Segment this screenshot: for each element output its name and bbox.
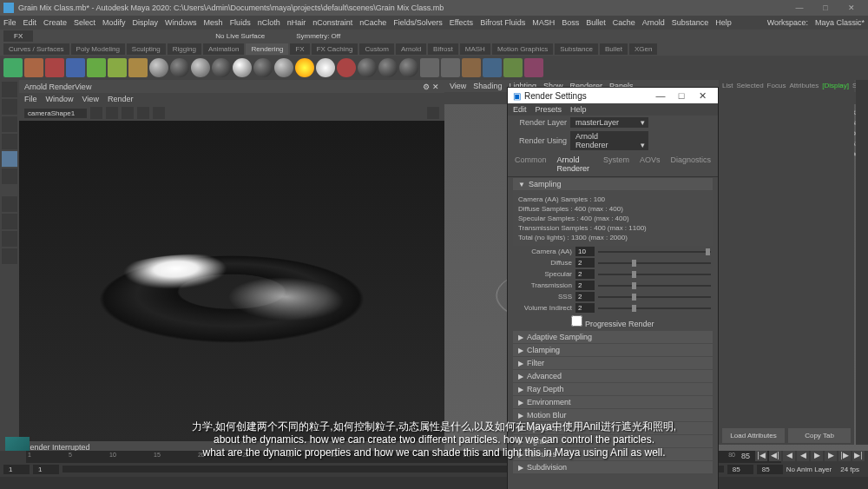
menu-modify[interactable]: Modify xyxy=(102,18,126,27)
shelf-sphere-icon[interactable] xyxy=(233,58,252,77)
menu-ncache[interactable]: nCache xyxy=(359,18,386,27)
attr-focus[interactable]: Focus xyxy=(767,82,786,89)
move-tool[interactable] xyxy=(2,134,17,149)
shelf-sphere-icon[interactable] xyxy=(399,58,418,77)
menu-bullet[interactable]: Bullet xyxy=(586,18,606,27)
shelf-mash[interactable]: MASH xyxy=(460,43,490,55)
step-fwd-button[interactable]: |▶ xyxy=(838,451,851,461)
shelf-sphere-icon[interactable] xyxy=(170,58,189,77)
shelf-sculpt[interactable]: Sculpting xyxy=(127,43,166,55)
rv-view[interactable]: View xyxy=(82,95,99,103)
lasso-tool[interactable] xyxy=(2,99,17,115)
channel-box-tab[interactable] xyxy=(856,80,868,445)
layout-tool[interactable] xyxy=(2,231,17,247)
slider-value[interactable]: 10 xyxy=(575,247,595,256)
shelf-icon[interactable] xyxy=(462,58,481,77)
play-button[interactable]: ▶ xyxy=(811,451,823,461)
slider-track[interactable] xyxy=(598,262,711,264)
dialog-close[interactable]: ✕ xyxy=(692,90,713,102)
slider-track[interactable] xyxy=(598,274,711,275)
layout-tool[interactable] xyxy=(2,196,17,212)
command-line[interactable] xyxy=(0,477,868,489)
dlg-presets[interactable]: Presets xyxy=(536,105,562,114)
slider-track[interactable] xyxy=(598,251,711,253)
menu-substance[interactable]: Substance xyxy=(672,18,709,27)
shelf-icon[interactable] xyxy=(524,58,543,77)
shelf-sphere-icon[interactable] xyxy=(274,58,293,77)
section-subdivision[interactable]: ▶Subdivision xyxy=(513,461,713,473)
attr-list[interactable]: List xyxy=(722,82,733,89)
attr-display[interactable]: [Display] xyxy=(822,82,849,89)
vp-shading[interactable]: Shading xyxy=(473,82,502,90)
layout-tool[interactable] xyxy=(2,248,17,264)
next-key-button[interactable]: ▶ xyxy=(825,451,837,461)
workspace-dropdown[interactable]: Maya Classic* xyxy=(815,18,865,27)
shelf-fx[interactable]: FX xyxy=(290,43,309,55)
menu-select[interactable]: Select xyxy=(74,18,95,27)
slider-value[interactable]: 2 xyxy=(575,269,595,279)
shelf-light-icon[interactable] xyxy=(295,58,314,77)
camera-dropdown[interactable]: cameraShape1 xyxy=(24,109,87,118)
shelf-icon[interactable] xyxy=(3,58,23,77)
dialog-minimize[interactable]: — xyxy=(650,90,671,101)
slider-value[interactable]: 2 xyxy=(575,303,595,313)
slider-value[interactable]: 2 xyxy=(575,258,595,268)
tab-system[interactable]: System xyxy=(602,154,631,175)
attr-attributes[interactable]: Attributes xyxy=(789,82,819,89)
shelf-icon[interactable] xyxy=(441,58,460,77)
shelf-icon[interactable] xyxy=(483,58,502,77)
range-start[interactable]: 1 xyxy=(3,465,30,474)
shelf-icon[interactable] xyxy=(87,58,106,77)
shelf-icon[interactable] xyxy=(503,58,523,77)
dlg-edit[interactable]: Edit xyxy=(513,105,527,114)
shelf-fxcache[interactable]: FX Caching xyxy=(312,43,358,55)
menu-display[interactable]: Display xyxy=(133,18,159,27)
shelf-animation[interactable]: Animation xyxy=(203,43,245,55)
rv-tool-icon[interactable] xyxy=(122,107,134,119)
rv-render[interactable]: Render xyxy=(108,95,134,103)
layout-tool[interactable] xyxy=(2,214,17,229)
menu-fields[interactable]: Fields/Solvers xyxy=(393,18,443,27)
shelf-rendering[interactable]: Rendering xyxy=(246,43,288,55)
slider-track[interactable] xyxy=(598,307,711,309)
shelf-sphere-icon[interactable] xyxy=(149,58,168,77)
menu-arnold[interactable]: Arnold xyxy=(642,18,665,27)
rv-tool-icon[interactable] xyxy=(153,107,165,119)
menu-mash[interactable]: MASH xyxy=(532,18,555,27)
menu-edit[interactable]: Edit xyxy=(23,18,37,27)
select-tool[interactable] xyxy=(2,82,17,97)
scale-tool[interactable] xyxy=(2,169,17,184)
rv-tool-icon[interactable] xyxy=(137,107,149,119)
prev-key-button[interactable]: ◀ xyxy=(783,451,795,461)
range-start2[interactable]: 1 xyxy=(33,465,59,474)
shelf-icon[interactable] xyxy=(128,58,148,77)
render-using-dropdown[interactable]: Arnold Renderer xyxy=(570,131,648,150)
slider-track[interactable] xyxy=(598,296,711,298)
shelf-sphere-icon[interactable] xyxy=(358,58,377,77)
section-sampling[interactable]: ▼Sampling xyxy=(513,178,713,190)
tab-aovs[interactable]: AOVs xyxy=(638,154,662,175)
menu-nhair[interactable]: nHair xyxy=(287,18,306,27)
menu-windows[interactable]: Windows xyxy=(165,18,197,27)
panel-gear-icon[interactable]: ⚙ ✕ xyxy=(423,83,439,91)
rv-tool-icon[interactable] xyxy=(427,107,439,119)
section-filter[interactable]: ▶Filter xyxy=(513,357,713,369)
menu-ncloth[interactable]: nCloth xyxy=(258,18,280,27)
live-surface[interactable]: No Live Surface xyxy=(210,30,270,42)
shelf-substance[interactable]: Substance xyxy=(555,43,598,55)
play-back-button[interactable]: ◀ xyxy=(797,451,809,461)
fps-display[interactable]: 24 fps xyxy=(835,465,865,474)
range-end[interactable]: 85 xyxy=(727,465,753,474)
vp-view[interactable]: View xyxy=(450,82,466,90)
shelf-icon[interactable] xyxy=(420,58,439,77)
end-button[interactable]: ▶| xyxy=(852,451,865,461)
menu-cache[interactable]: Cache xyxy=(613,18,635,27)
rv-window[interactable]: Window xyxy=(46,95,74,103)
shelf-curves[interactable]: Curves / Surfaces xyxy=(3,43,69,55)
render-output[interactable] xyxy=(19,121,444,441)
menu-bifrost[interactable]: Bifrost Fluids xyxy=(480,18,525,27)
section-clamping[interactable]: ▶Clamping xyxy=(513,344,713,356)
shelf-sphere-icon[interactable] xyxy=(253,58,273,77)
mode-dropdown[interactable]: FX xyxy=(3,30,33,42)
menu-boss[interactable]: Boss xyxy=(562,18,579,27)
